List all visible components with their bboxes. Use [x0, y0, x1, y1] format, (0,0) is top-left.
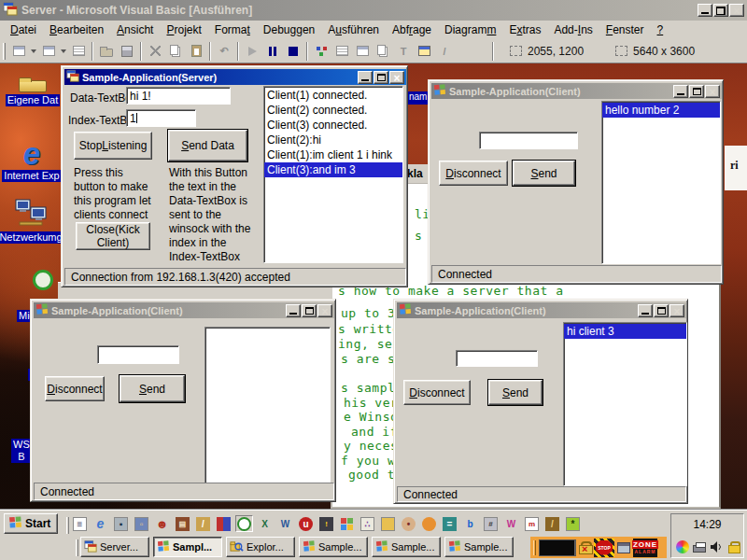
calculator-icon[interactable]: # — [482, 515, 500, 532]
taskbar-button-sample[interactable]: Sample... — [299, 537, 368, 557]
minimize-button[interactable] — [673, 85, 688, 98]
maximize-button[interactable] — [374, 71, 388, 84]
desktop-icon-netzwerkumgebung[interactable]: Netzwerkumg — [0, 198, 62, 244]
network-icon[interactable]: = — [441, 515, 458, 532]
computer-icon[interactable]: ▪ — [112, 515, 130, 532]
taskbar-button-sampl[interactable]: Sampl... — [153, 537, 222, 557]
message-item[interactable]: Client(2) connected. — [264, 103, 402, 118]
toolbar-grip[interactable] — [3, 43, 6, 60]
form-layout-button-icon[interactable] — [352, 41, 373, 62]
send-button[interactable]: Send — [120, 375, 185, 402]
message-item[interactable]: Client(3):and im 3 — [264, 162, 402, 177]
desktop-icon-ws[interactable]: WS B — [11, 439, 32, 463]
add-project-dropdown-icon[interactable] — [59, 41, 68, 62]
desktop-icon-eigene-dateien[interactable]: Eigene Dat — [4, 80, 62, 106]
menu-projekt[interactable]: Projekt — [160, 21, 207, 38]
server-message-list[interactable]: Client(1) connected.Client(2) connected.… — [263, 86, 403, 263]
menu-datei[interactable]: Datei — [4, 21, 43, 38]
start-button-icon[interactable] — [242, 41, 262, 62]
desktop-icon-internet-explorer[interactable]: e Internet Exp — [2, 138, 62, 182]
new-form-button-icon[interactable] — [8, 41, 29, 62]
taskbar-button-sample[interactable]: Sample... — [372, 537, 441, 557]
internet-explorer-icon[interactable]: e — [92, 515, 109, 532]
display-icon[interactable]: ▫ — [133, 515, 150, 532]
shapes-icon[interactable]: ∴ — [359, 515, 376, 532]
message-item[interactable]: Client(2):hi — [264, 133, 402, 147]
index-textbox[interactable]: 1 — [126, 109, 196, 127]
scheduler-icon[interactable] — [235, 515, 253, 532]
brush-icon[interactable]: / — [543, 515, 561, 532]
taskbar-button-explor[interactable]: Explor... — [226, 537, 295, 557]
printer-icon[interactable] — [692, 539, 707, 554]
send-button[interactable]: Send — [513, 161, 575, 186]
message-item[interactable]: hello number 2 — [602, 103, 720, 118]
person-icon[interactable]: ☻ — [153, 515, 171, 532]
component-manager-button-icon[interactable]: / — [434, 41, 455, 62]
maximize-button[interactable] — [689, 85, 704, 98]
menu-diagramm[interactable]: Diagramm — [438, 21, 502, 38]
explorer-folder-icon[interactable] — [379, 515, 397, 532]
close-button[interactable] — [729, 4, 744, 17]
word-icon[interactable]: W — [276, 515, 294, 532]
client-textbox[interactable] — [479, 132, 578, 149]
minimize-button[interactable] — [358, 71, 373, 84]
disconnect-button[interactable]: Disconnect — [45, 376, 105, 401]
client-form-titlebar[interactable]: Sample-Application(Client) — [34, 302, 334, 318]
menu-debuggen[interactable]: Debuggen — [257, 21, 321, 38]
notepad-icon[interactable]: ≡ — [71, 515, 89, 532]
menu-extras[interactable]: Extras — [502, 21, 547, 38]
data-textbox[interactable]: hi 1! — [126, 87, 231, 105]
client-form-titlebar[interactable]: Sample-Application(Client) — [431, 83, 722, 99]
mailbox-icon[interactable] — [617, 542, 630, 553]
add-project-button-icon[interactable] — [38, 41, 59, 62]
disconnect-button[interactable]: Disconnect — [439, 161, 508, 186]
taskbar-button-sample[interactable]: Sample... — [444, 537, 514, 557]
new-form-dropdown-icon[interactable] — [29, 41, 38, 62]
client-form-titlebar[interactable]: Sample-Application(Client) — [397, 302, 686, 318]
client-textbox[interactable] — [97, 345, 179, 364]
taskbar-button-server[interactable]: Server... — [80, 537, 149, 557]
minimize-button[interactable] — [698, 4, 712, 17]
tray-clock[interactable]: 14:29 — [671, 514, 743, 535]
menu-format[interactable]: Format — [208, 21, 257, 38]
toolbar-grip[interactable] — [66, 517, 69, 534]
cut-button-icon[interactable] — [145, 41, 165, 62]
message-item[interactable]: Client(3) connected. — [264, 118, 402, 133]
network-monitor-icon[interactable] — [539, 539, 576, 556]
project-explorer-button-icon[interactable] — [311, 41, 331, 62]
color-wheel-icon[interactable] — [675, 539, 690, 554]
save-project-button-icon[interactable] — [117, 41, 137, 62]
mailsafe-lock-icon[interactable]: × — [579, 541, 591, 554]
ulead-icon[interactable]: u — [297, 515, 315, 532]
start-button[interactable]: Start — [4, 513, 58, 534]
open-project-button-icon[interactable] — [96, 41, 117, 62]
stop-button-icon[interactable] — [283, 41, 303, 62]
client-message-list[interactable] — [204, 327, 331, 483]
maximize-button[interactable] — [302, 304, 317, 317]
close-button[interactable] — [317, 304, 332, 317]
security-lock-icon[interactable] — [726, 539, 740, 554]
maximize-button[interactable] — [654, 304, 669, 317]
media-icon[interactable] — [215, 515, 233, 532]
restore-button[interactable] — [713, 4, 728, 17]
stop-listening-button[interactable]: Stop Listening — [74, 132, 152, 160]
menu-fenster[interactable]: Fenster — [599, 21, 651, 38]
key-icon[interactable]: ! — [317, 515, 335, 532]
menu-?[interactable]: ? — [651, 21, 670, 38]
toolbox-button-icon[interactable]: T — [393, 41, 414, 62]
zonealarm-logo[interactable]: ZONE ALARM — [633, 539, 657, 557]
close-button[interactable] — [705, 85, 720, 98]
copy-button-icon[interactable] — [165, 41, 186, 62]
close-button[interactable] — [389, 71, 404, 84]
palette-icon[interactable]: • — [400, 515, 417, 532]
menu-editor-button-icon[interactable] — [68, 41, 89, 62]
vb-ide-titlebar[interactable]: Server - Microsoft Visual Basic [Ausführ… — [0, 0, 747, 21]
client-message-list[interactable]: hi client 3 — [563, 322, 687, 486]
message-item[interactable]: Client(1) connected. — [264, 88, 402, 103]
face-icon[interactable] — [420, 515, 438, 532]
stop-icon[interactable]: STOP — [594, 539, 614, 557]
tools-icon[interactable]: / — [194, 515, 212, 532]
client-textbox[interactable] — [456, 350, 538, 367]
toolbar-grip[interactable] — [76, 539, 78, 556]
notebook-icon[interactable]: ▤ — [174, 515, 191, 532]
